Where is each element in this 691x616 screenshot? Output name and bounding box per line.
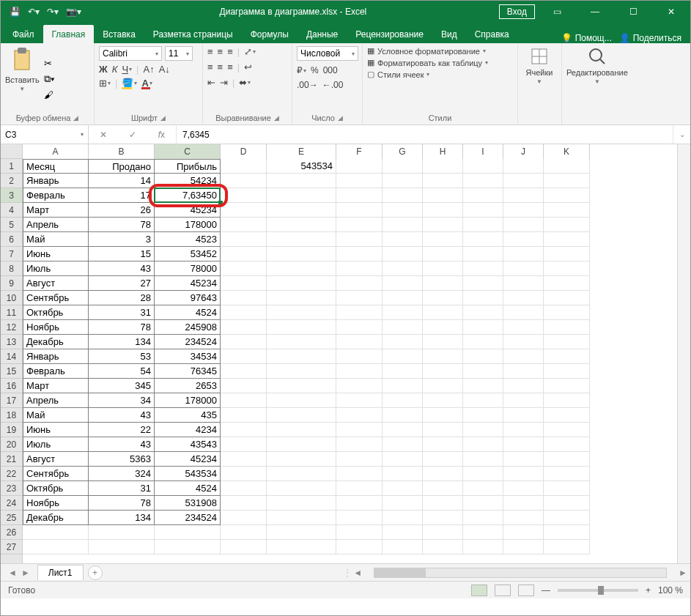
cell-styles-button[interactable]: ▢Стили ячеек▾ [367,70,488,79]
cell[interactable] [383,335,423,349]
redo-icon[interactable]: ↷▾ [47,7,59,17]
row-header[interactable]: 6 [1,232,22,247]
cell[interactable] [221,218,267,232]
cell[interactable] [463,247,503,261]
cell[interactable] [463,188,503,203]
cell[interactable] [336,423,383,437]
cell[interactable] [221,364,267,379]
cell[interactable] [423,349,463,364]
cell[interactable] [267,423,336,437]
cell[interactable]: 15 [89,247,155,261]
row-header[interactable]: 24 [1,496,22,511]
login-button[interactable]: Вход [499,4,535,19]
tell-me[interactable]: 💡 Помощ... [561,33,612,43]
cell[interactable] [423,159,463,174]
cell[interactable]: Апрель [23,393,89,408]
cell[interactable] [221,379,267,393]
tab-help[interactable]: Справка [466,25,518,43]
row-header[interactable]: 13 [1,335,22,349]
cell[interactable] [383,247,423,261]
cell[interactable] [267,437,336,452]
cell[interactable] [221,393,267,408]
select-all-corner[interactable] [1,144,23,159]
row-header[interactable]: 3 [1,188,22,203]
cell[interactable] [383,174,423,188]
cell[interactable]: 14 [89,174,155,188]
cell[interactable] [544,159,590,174]
cell[interactable] [423,174,463,188]
cell[interactable] [267,496,336,511]
cell[interactable] [336,203,383,218]
cell[interactable] [503,496,544,511]
cell[interactable] [221,525,267,540]
cell[interactable] [383,349,423,364]
cell[interactable] [383,423,423,437]
cell[interactable] [423,511,463,525]
cell[interactable]: 53 [89,349,155,364]
cell[interactable] [463,481,503,496]
cell[interactable] [267,188,336,203]
row-header[interactable]: 14 [1,349,22,364]
cell[interactable] [336,393,383,408]
font-name-combo[interactable]: Calibri▾ [99,46,162,61]
cell[interactable] [423,481,463,496]
cell[interactable]: 134 [89,335,155,349]
cell[interactable] [221,335,267,349]
cell[interactable] [336,174,383,188]
share-button[interactable]: 👤 Поделиться [619,33,681,43]
col-header[interactable]: G [383,144,423,159]
cell[interactable] [544,320,590,335]
merge-icon[interactable]: ⬌▾ [239,77,251,88]
cell[interactable] [221,452,267,467]
cell[interactable] [544,188,590,203]
cell[interactable] [221,511,267,525]
cell[interactable]: Август [23,276,89,291]
cell[interactable] [267,393,336,408]
cell[interactable] [221,232,267,247]
cell[interactable] [89,540,155,554]
editing-button[interactable]: Редактирование▼ [566,46,628,121]
cell[interactable] [463,320,503,335]
col-header[interactable]: I [463,144,503,159]
save-icon[interactable]: 💾 [10,7,21,17]
col-header[interactable]: H [423,144,463,159]
cell[interactable]: Октябрь [23,481,89,496]
cell[interactable]: 4234 [155,423,221,437]
cell[interactable] [221,467,267,481]
view-page-break-icon[interactable] [518,585,534,596]
cell[interactable]: Март [23,379,89,393]
cell[interactable] [336,320,383,335]
cell[interactable] [544,291,590,305]
cell[interactable] [423,232,463,247]
cell[interactable]: Декабрь [23,335,89,349]
cell[interactable] [383,437,423,452]
cell[interactable]: 134 [89,511,155,525]
cell[interactable] [503,218,544,232]
cell[interactable] [503,203,544,218]
cell[interactable]: 45234 [155,276,221,291]
cell[interactable]: Январь [23,174,89,188]
cell[interactable] [503,159,544,174]
percent-icon[interactable]: % [311,65,319,75]
view-page-layout-icon[interactable] [495,585,511,596]
cell[interactable] [503,174,544,188]
cell[interactable] [336,408,383,423]
cell[interactable] [267,481,336,496]
cell[interactable] [544,408,590,423]
cell[interactable]: 78 [89,496,155,511]
cell[interactable] [544,452,590,467]
tab-insert[interactable]: Вставка [94,25,144,43]
cell[interactable] [336,511,383,525]
row-header[interactable]: 17 [1,393,22,408]
cell[interactable]: 7,63450 [155,188,221,203]
cell[interactable]: Февраль [23,364,89,379]
cell[interactable]: 2653 [155,379,221,393]
cell[interactable] [336,218,383,232]
wrap-text-icon[interactable]: ↩ [244,62,252,73]
cell[interactable] [383,525,423,540]
cell[interactable] [383,232,423,247]
cell[interactable] [463,232,503,247]
row-header[interactable]: 9 [1,276,22,291]
row-header[interactable]: 19 [1,423,22,437]
cell[interactable] [221,159,267,174]
